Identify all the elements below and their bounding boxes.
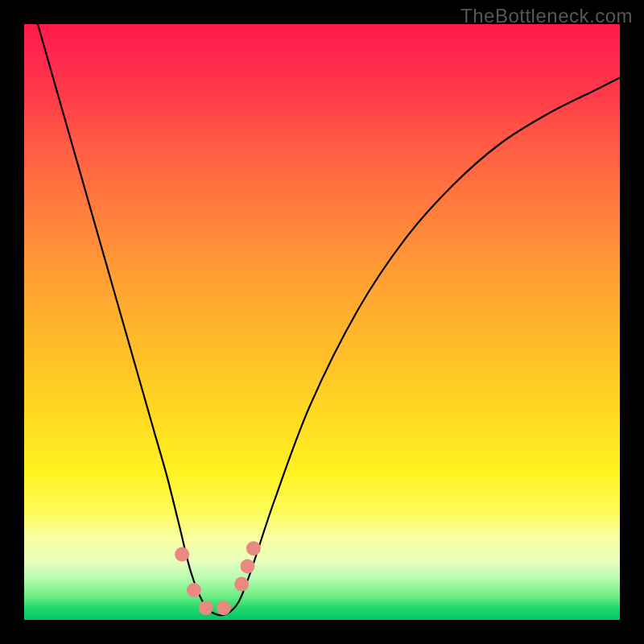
- watermark-text: TheBottleneck.com: [460, 5, 633, 27]
- highlight-dot: [187, 583, 201, 597]
- highlight-dot: [217, 601, 231, 615]
- chart-svg: [24, 24, 620, 620]
- highlight-dot: [246, 541, 261, 555]
- highlight-dot: [199, 601, 213, 615]
- chart-plot-area: [24, 24, 620, 620]
- highlight-dot: [175, 547, 189, 562]
- highlight-dot: [234, 577, 249, 592]
- chart-container: TheBottleneck.com: [0, 0, 644, 644]
- highlight-dot: [241, 559, 255, 573]
- chart-curve: [24, 24, 620, 615]
